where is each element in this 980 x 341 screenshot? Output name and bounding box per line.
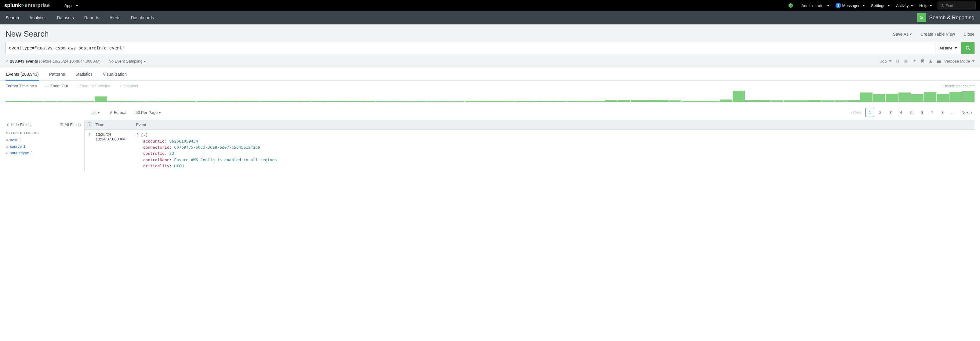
timeline-bar[interactable]	[299, 101, 312, 102]
tab-visualization[interactable]: Visualization	[102, 70, 127, 80]
timeline-bar[interactable]	[694, 101, 707, 102]
apps-menu[interactable]: Apps	[64, 3, 78, 8]
activity-menu[interactable]: Activity	[896, 3, 913, 8]
export-icon[interactable]	[929, 59, 933, 63]
find-input[interactable]	[945, 3, 970, 8]
field-row[interactable]: asource1	[6, 143, 81, 149]
time-range-picker[interactable]: All time	[935, 42, 961, 54]
timeline-bar[interactable]	[286, 101, 299, 102]
timeline-bar[interactable]	[31, 102, 44, 102]
nav-datasets[interactable]: Datasets	[57, 15, 73, 20]
timeline-bar[interactable]	[426, 102, 439, 102]
search-mode-menu[interactable]: Verbose Mode	[937, 59, 975, 63]
all-fields-button[interactable]: All Fields	[60, 122, 81, 127]
tab-statistics[interactable]: Statistics	[75, 70, 93, 80]
timeline-bar[interactable]	[528, 101, 541, 102]
timeline-bar[interactable]	[796, 100, 809, 102]
timeline-bar[interactable]	[835, 100, 847, 102]
share-icon[interactable]	[912, 59, 916, 63]
page-button[interactable]: 3	[886, 108, 895, 117]
global-find[interactable]	[937, 2, 976, 10]
timeline-bar[interactable]	[554, 101, 566, 102]
timeline-bar[interactable]	[452, 102, 465, 102]
timeline-bar[interactable]	[261, 101, 273, 102]
page-button[interactable]: ...	[948, 108, 957, 117]
timeline-bar[interactable]	[414, 102, 426, 102]
timeline-bar[interactable]	[465, 101, 477, 102]
timeline-bar[interactable]	[375, 102, 388, 102]
col-header-time[interactable]: Time	[94, 122, 135, 127]
app-brand[interactable]: > Search & Reporting	[917, 13, 975, 22]
print-icon[interactable]	[920, 59, 924, 63]
page-button[interactable]: 7	[928, 108, 936, 117]
timeline-bar[interactable]	[962, 91, 975, 102]
close-search[interactable]: Close	[964, 32, 975, 36]
page-button[interactable]: 1	[865, 108, 874, 117]
timeline-bar[interactable]	[350, 101, 363, 102]
timeline-bar[interactable]	[758, 100, 770, 102]
timeline-bar[interactable]	[605, 100, 617, 102]
timeline-bar[interactable]	[541, 101, 554, 102]
nav-alerts[interactable]: Alerts	[110, 15, 121, 20]
page-button[interactable]: 4	[897, 108, 905, 117]
next-page-button[interactable]: Next ›	[959, 108, 975, 117]
page-button[interactable]: 6	[917, 108, 926, 117]
timeline-bar[interactable]	[707, 101, 719, 102]
timeline-bar[interactable]	[248, 101, 261, 102]
hide-fields-button[interactable]: Hide Fields	[6, 122, 30, 127]
timeline-bar[interactable]	[579, 101, 592, 102]
timeline-bar[interactable]	[171, 101, 184, 102]
timeline-bar[interactable]	[631, 100, 643, 102]
tab-events[interactable]: Events (288,943)	[5, 70, 40, 81]
timeline-bar[interactable]	[133, 102, 146, 102]
timeline-bar[interactable]	[503, 101, 515, 102]
timeline-bar[interactable]	[937, 94, 949, 102]
page-button[interactable]: 5	[907, 108, 916, 117]
health-status-icon[interactable]	[789, 3, 793, 8]
timeline-bar[interactable]	[516, 101, 528, 102]
timeline-bar[interactable]	[720, 100, 732, 102]
timeline-bar[interactable]	[490, 101, 503, 102]
event-sampling-menu[interactable]: No Event Sampling	[108, 59, 146, 63]
tab-patterns[interactable]: Patterns	[49, 70, 66, 80]
timeline-bar[interactable]	[108, 101, 120, 102]
timeline-bar[interactable]	[312, 101, 324, 102]
timeline-bar[interactable]	[618, 100, 630, 102]
timeline-bar[interactable]	[184, 101, 197, 102]
zoom-out-button[interactable]: — Zoom Out	[45, 84, 68, 88]
nav-search[interactable]: Search	[5, 15, 19, 20]
timeline-bar[interactable]	[401, 102, 414, 102]
field-row[interactable]: asourcetype1	[6, 149, 81, 156]
settings-menu[interactable]: Settings	[871, 3, 890, 8]
timeline-bar[interactable]	[669, 100, 681, 102]
timeline-bar[interactable]	[950, 92, 962, 102]
timeline-bar[interactable]	[784, 100, 796, 102]
timeline-bar[interactable]	[771, 100, 783, 102]
timeline-bar[interactable]	[682, 101, 694, 102]
timeline-bar[interactable]	[745, 100, 758, 102]
timeline-bar[interactable]	[210, 101, 222, 102]
help-menu[interactable]: Help	[919, 3, 932, 8]
timeline-bar[interactable]	[337, 101, 350, 102]
nav-analytics[interactable]: Analytics	[29, 15, 46, 20]
timeline-bar[interactable]	[44, 102, 56, 102]
search-submit-button[interactable]	[961, 42, 975, 54]
timeline-bar[interactable]	[656, 100, 668, 102]
timeline-bar[interactable]	[592, 101, 605, 102]
field-name[interactable]: host	[10, 138, 18, 142]
timeline-bar[interactable]	[363, 101, 375, 102]
format-events-button[interactable]: Format	[109, 110, 126, 115]
timeline-bar[interactable]	[222, 101, 235, 102]
create-table-view[interactable]: Create Table View	[920, 32, 955, 36]
timeline-bar[interactable]	[146, 102, 158, 102]
job-menu[interactable]: Job	[880, 59, 891, 63]
timeline-bar[interactable]	[733, 91, 745, 102]
timeline-bar[interactable]	[911, 94, 923, 102]
messages-menu[interactable]: 3 Messages	[835, 3, 865, 8]
timeline-bar[interactable]	[809, 100, 821, 102]
field-row[interactable]: ahost1	[6, 137, 81, 143]
timeline-bar[interactable]	[57, 102, 69, 102]
event-raw[interactable]: { [-] accountId: 862661059434 connectorI…	[135, 132, 975, 169]
search-query-input[interactable]	[5, 42, 935, 54]
timeline-bar[interactable]	[235, 101, 248, 102]
